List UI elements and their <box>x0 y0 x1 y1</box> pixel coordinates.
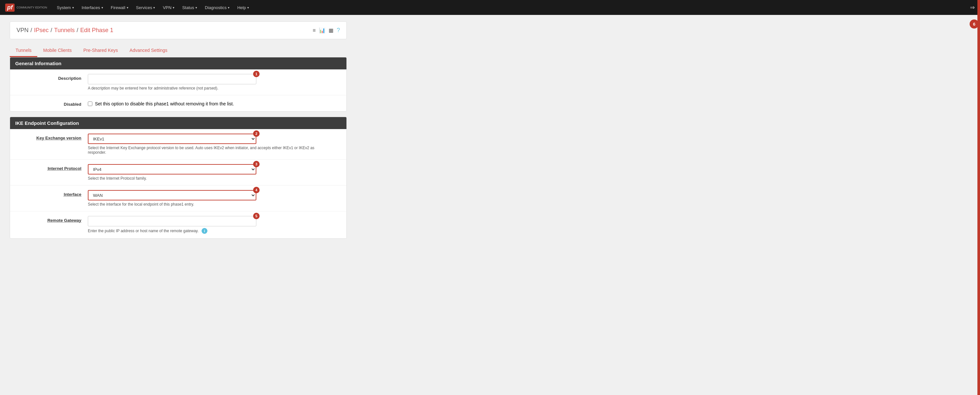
navbar: pf COMMUNITY EDITION System ▾ Interfaces… <box>0 0 980 15</box>
nav-vpn[interactable]: VPN ▾ <box>159 3 178 12</box>
breadcrumb-bar: VPN / IPsec / Tunnels / Edit Phase 1 ≡ 📊… <box>10 21 347 39</box>
nav-help[interactable]: Help ▾ <box>234 3 252 12</box>
remote-gateway-info-icon[interactable]: i <box>202 228 207 234</box>
brand-subtitle: COMMUNITY EDITION <box>16 6 47 10</box>
internet-protocol-control: IPv4 IPv6 3 Select the Internet Protocol… <box>88 164 340 181</box>
disabled-control: Set this option to disable this phase1 w… <box>88 100 340 107</box>
description-input[interactable]: OCI Tunnel 1 (Phase 1) <box>88 74 256 84</box>
remote-gateway-hint: Enter the public IP address or host name… <box>88 228 315 234</box>
ike-body: Key Exchange version Auto IKEv1 IKEv2 2 … <box>10 129 347 238</box>
remote-gateway-input[interactable]: 193. <box>88 216 256 226</box>
key-exchange-label: Key Exchange version <box>16 134 88 140</box>
internet-protocol-hint: Select the Internet Protocol family. <box>88 176 315 181</box>
interface-select-wrap: WAN LAN 4 <box>88 190 256 201</box>
description-control: OCI Tunnel 1 (Phase 1) 1 A description m… <box>88 74 340 91</box>
internet-protocol-select[interactable]: IPv4 IPv6 <box>88 164 256 174</box>
interface-row: Interface WAN LAN 4 Select the interface… <box>10 185 347 212</box>
remote-gateway-badge: 5 <box>253 213 259 219</box>
main-content: VPN / IPsec / Tunnels / Edit Phase 1 ≡ 📊… <box>0 15 356 250</box>
tab-mobile-clients[interactable]: Mobile Clients <box>37 45 78 57</box>
tab-advanced-settings[interactable]: Advanced Settings <box>124 45 173 57</box>
disabled-check: Set this option to disable this phase1 w… <box>88 100 340 107</box>
general-information-header: General Information <box>10 57 347 69</box>
disabled-label: Disabled <box>16 100 88 107</box>
brand-logo: pf COMMUNITY EDITION <box>5 3 47 12</box>
ike-section: IKE Endpoint Configuration Key Exchange … <box>10 117 347 239</box>
red-sidebar <box>977 0 980 250</box>
tabs: Tunnels Mobile Clients Pre-Shared Keys A… <box>10 45 347 57</box>
sidebar-badge-6: 6 <box>970 19 979 29</box>
disabled-checkbox-label: Set this option to disable this phase1 w… <box>95 101 234 107</box>
nav-diagnostics[interactable]: Diagnostics ▾ <box>202 3 233 12</box>
description-input-wrap: OCI Tunnel 1 (Phase 1) 1 <box>88 74 256 84</box>
key-exchange-select-wrap: Auto IKEv1 IKEv2 2 <box>88 134 256 144</box>
ike-header: IKE Endpoint Configuration <box>10 117 347 129</box>
nav-services[interactable]: Services ▾ <box>133 3 159 12</box>
filter-icon[interactable]: ≡ <box>313 27 316 33</box>
nav-firewall[interactable]: Firewall ▾ <box>108 3 132 12</box>
breadcrumb-vpn: VPN <box>16 27 29 34</box>
pf-logo: pf <box>5 3 14 12</box>
tab-tunnels[interactable]: Tunnels <box>10 45 37 57</box>
remote-gateway-control: 193. 5 Enter the public IP address or ho… <box>88 216 340 234</box>
help-icon[interactable]: ? <box>337 27 340 34</box>
firewall-arrow: ▾ <box>127 6 128 10</box>
diagnostics-arrow: ▾ <box>228 6 229 10</box>
nav-system[interactable]: System ▾ <box>54 3 77 12</box>
key-exchange-hint: Select the Internet Key Exchange protoco… <box>88 146 315 155</box>
system-arrow: ▾ <box>72 6 74 10</box>
nav-interfaces[interactable]: Interfaces ▾ <box>78 3 106 12</box>
internet-protocol-badge: 3 <box>253 161 259 167</box>
interface-hint: Select the interface for the local endpo… <box>88 202 315 207</box>
remote-gateway-input-wrap: 193. 5 <box>88 216 256 226</box>
nav-items: System ▾ Interfaces ▾ Firewall ▾ Service… <box>54 3 970 12</box>
internet-protocol-row: Internet Protocol IPv4 IPv6 3 Select the… <box>10 159 347 185</box>
interface-label: Interface <box>16 190 88 197</box>
breadcrumb-edit-phase1: Edit Phase 1 <box>80 27 113 34</box>
interface-badge: 4 <box>253 187 259 193</box>
key-exchange-select[interactable]: Auto IKEv1 IKEv2 <box>88 134 256 144</box>
nav-status[interactable]: Status ▾ <box>179 3 200 12</box>
disabled-checkbox[interactable] <box>88 102 92 106</box>
interface-control: WAN LAN 4 Select the interface for the l… <box>88 190 340 207</box>
key-exchange-control: Auto IKEv1 IKEv2 2 Select the Internet K… <box>88 134 340 155</box>
internet-protocol-label: Internet Protocol <box>16 164 88 171</box>
breadcrumb: VPN / IPsec / Tunnels / Edit Phase 1 <box>16 27 113 34</box>
vpn-arrow: ▾ <box>173 6 174 10</box>
general-information-body: Description OCI Tunnel 1 (Phase 1) 1 A d… <box>10 69 347 111</box>
key-exchange-badge: 2 <box>253 131 259 137</box>
breadcrumb-ipsec[interactable]: IPsec <box>34 27 49 34</box>
key-exchange-row: Key Exchange version Auto IKEv1 IKEv2 2 … <box>10 129 347 159</box>
internet-protocol-select-wrap: IPv4 IPv6 3 <box>88 164 256 174</box>
status-arrow: ▾ <box>196 6 197 10</box>
interface-select[interactable]: WAN LAN <box>88 190 256 201</box>
services-arrow: ▾ <box>153 6 155 10</box>
general-information-section: General Information Description OCI Tunn… <box>10 57 347 111</box>
breadcrumb-tunnels[interactable]: Tunnels <box>54 27 75 34</box>
description-hint: A description may be entered here for ad… <box>88 86 315 91</box>
table-icon[interactable]: ▦ <box>329 27 334 33</box>
help-arrow: ▾ <box>247 6 249 10</box>
disabled-row: Disabled Set this option to disable this… <box>10 96 347 111</box>
tab-pre-shared-keys[interactable]: Pre-Shared Keys <box>78 45 124 57</box>
description-row: Description OCI Tunnel 1 (Phase 1) 1 A d… <box>10 69 347 96</box>
nav-logout-icon[interactable]: ⇒ <box>970 4 975 11</box>
chart-icon[interactable]: 📊 <box>319 27 325 33</box>
remote-gateway-row: Remote Gateway 193. 5 Enter the public I… <box>10 212 347 238</box>
interfaces-arrow: ▾ <box>102 6 103 10</box>
description-badge: 1 <box>253 71 259 77</box>
description-label: Description <box>16 74 88 81</box>
breadcrumb-icons: ≡ 📊 ▦ ? <box>313 27 340 34</box>
remote-gateway-label: Remote Gateway <box>16 216 88 223</box>
